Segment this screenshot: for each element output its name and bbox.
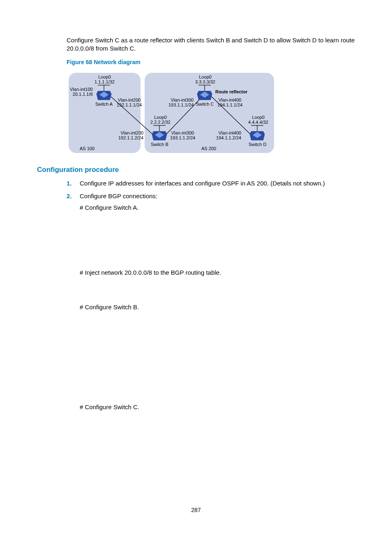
switch-d-icon: [249, 131, 265, 141]
switch-c-vlan400: Vlan-int400194.1.1.1/24: [217, 97, 242, 107]
step-2b: # Inject network 20.0.0.0/8 to the BGP r…: [80, 268, 355, 277]
switch-a-vlan200: Vlan-int200192.1.1.1/24: [117, 97, 142, 107]
switch-b-name: Switch B: [151, 142, 168, 147]
switch-b-loop: Loop02.2.2.2/32: [150, 115, 171, 125]
switch-a-icon: [96, 91, 112, 101]
switch-b-vlan200: Vlan-int200192.1.1.2/24: [118, 130, 143, 140]
switch-c-loop: Loop03.3.3.3/32: [195, 74, 215, 84]
switch-c-vlan300: Vlan-int300193.1.1.1/24: [168, 97, 194, 107]
switch-a-vlan100: Vlan-int10020.1.1.1/8: [70, 87, 93, 97]
switch-d-loop: Loop04.4.4.4/32: [248, 115, 268, 125]
section-heading: Configuration procedure: [37, 166, 355, 174]
step-2a: # Configure Switch A.: [80, 203, 355, 212]
step-1: Configure IP addresses for interfaces an…: [67, 179, 355, 188]
intro-paragraph: Configure Switch C as a route reflector …: [67, 36, 355, 53]
switch-d-vlan400: Vlan-int400194.1.1.2/24: [216, 130, 241, 140]
step-2c: # Configure Switch B.: [80, 303, 355, 312]
network-diagram: Loop01.1.1.1/32 Vlan-int10020.1.1.1/8 Vl…: [67, 69, 276, 155]
step-2-text: Configure BGP connections:: [80, 192, 157, 199]
switch-c-name: Switch C: [196, 102, 214, 107]
switch-c-icon: [197, 91, 212, 101]
page-number: 287: [0, 507, 392, 513]
switch-d-name: Switch D: [249, 142, 266, 147]
as100-label: AS 100: [80, 146, 95, 151]
switch-a-loop: Loop01.1.1.1/32: [95, 74, 115, 84]
as200-label: AS 200: [201, 146, 216, 151]
switch-b-icon: [152, 131, 167, 141]
switch-a-name: Switch A: [95, 102, 113, 107]
switch-b-vlan300: Vlan-int300193.1.1.2/24: [170, 130, 195, 140]
step-2d: # Configure Switch C.: [80, 403, 355, 412]
figure-caption: Figure 68 Network diagram: [67, 59, 355, 65]
step-1-text: Configure IP addresses for interfaces an…: [80, 180, 325, 187]
route-reflector-label: Route reflector: [215, 89, 247, 94]
step-2: Configure BGP connections: # Configure S…: [67, 192, 355, 412]
